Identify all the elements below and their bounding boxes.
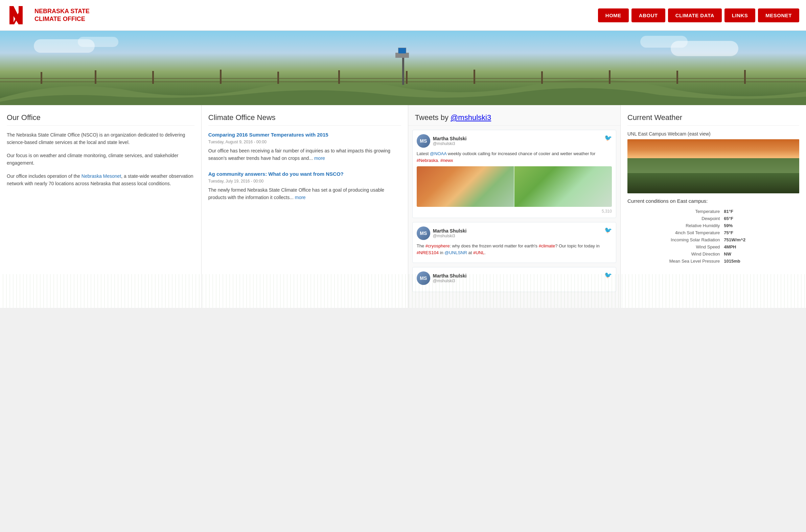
humidity-label: Relative Humidity — [627, 222, 722, 229]
nav-climate-data-button[interactable]: CLIMATE DATA — [668, 8, 722, 22]
mesonet-link[interactable]: Nebraska Mesonet — [81, 173, 122, 179]
weather-row-soil-temp: 4inch Soil Temperature 75°F — [627, 229, 799, 236]
tweets-handle-link[interactable]: @mshulski3 — [451, 113, 491, 122]
climate-hashtag: #climate — [539, 243, 555, 248]
soil-temp-value: 75°F — [722, 229, 799, 236]
tweets-header: Tweets by @mshulski3 — [408, 105, 620, 126]
soil-temp-label: 4inch Soil Temperature — [627, 229, 722, 236]
dewpoint-value: 65°F — [722, 215, 799, 222]
temperature-label: Temperature — [627, 208, 722, 215]
hero-banner — [0, 31, 806, 105]
tweet-3-user: MS Martha Shulski @mshulski3 — [417, 271, 467, 285]
tweet-2-handle: @mshulski3 — [433, 233, 467, 238]
news-excerpt-2: The newly formed Nebraska State Climate … — [208, 186, 401, 202]
conditions-label: Current conditions on East campus: — [627, 198, 799, 204]
humidity-value: 59% — [722, 222, 799, 229]
weather-station-icon — [402, 58, 404, 85]
wind-speed-label: Wind Speed — [627, 243, 722, 250]
noaa-mention[interactable]: @NOAA — [430, 151, 446, 156]
tweets-column: Tweets by @mshulski3 MS Martha Shulski @… — [408, 105, 621, 308]
tweet-2-text: The #cryosphere: why does the frozen wor… — [417, 243, 612, 256]
wind-dir-value: NW — [722, 250, 799, 258]
nav-about-button[interactable]: ABOUT — [631, 8, 665, 22]
tweet-1-name: Martha Shulski — [433, 136, 467, 141]
n-logo-icon — [7, 3, 31, 27]
nav-links-button[interactable]: LINKS — [725, 8, 756, 22]
twitter-bird-icon-3: 🐦 — [604, 271, 612, 279]
site-header: NEBRASKA STATE CLIMATE OFFICE HOME ABOUT… — [0, 0, 806, 31]
solar-label: Incoming Solar Radiation — [627, 236, 722, 243]
nres-hashtag: #NRES104 — [417, 250, 439, 255]
tweet-1-user: MS Martha Shulski @mshulski3 — [417, 134, 467, 148]
pressure-value: 1015mb — [722, 258, 799, 265]
wind-dir-label: Wind Direction — [627, 250, 722, 258]
solar-value: 751W/m^2 — [722, 236, 799, 243]
nebraska-hashtag: #Nebraska — [417, 158, 438, 163]
news-more-2[interactable]: more — [295, 195, 306, 200]
news-heading: Climate Office News — [208, 113, 401, 126]
news-more-1[interactable]: more — [314, 155, 325, 161]
current-weather-heading: Current Weather — [627, 113, 799, 126]
our-office-p2: Our focus is on weather and climate moni… — [7, 152, 195, 167]
tweets-scroll[interactable]: MS Martha Shulski @mshulski3 🐦 Latest @N… — [408, 126, 620, 302]
tweet-1-handle: @mshulski3 — [433, 141, 467, 146]
temperature-value: 81°F — [722, 208, 799, 215]
twitter-bird-icon-1: 🐦 — [604, 134, 612, 141]
site-title: NEBRASKA STATE CLIMATE OFFICE — [35, 7, 90, 23]
tweet-2-user: MS Martha Shulski @mshulski3 — [417, 226, 467, 240]
our-office-column: Our Office The Nebraska State Climate Of… — [0, 105, 202, 308]
unl-hashtag: #UNL — [473, 250, 484, 255]
current-weather-column: Current Weather UNL East Campus Webcam (… — [621, 105, 806, 308]
twitter-bird-icon-2: 🐦 — [604, 226, 612, 234]
webcam-label: UNL East Campus Webcam (east view) — [627, 131, 799, 136]
wind-speed-value: 4MPH — [722, 243, 799, 250]
tweet-1-text: Latest @NOAA weekly outlook calling for … — [417, 150, 612, 164]
weather-row-wind-speed: Wind Speed 4MPH — [627, 243, 799, 250]
weather-row-dewpoint: Dewpoint 65°F — [627, 215, 799, 222]
tweet-card-2: MS Martha Shulski @mshulski3 🐦 The #cryo… — [412, 222, 616, 263]
tweet-card-1: MS Martha Shulski @mshulski3 🐦 Latest @N… — [412, 130, 616, 218]
news-item-2: Ag community answers: What do you want f… — [208, 170, 401, 202]
tweet-card-3: MS Martha Shulski @mshulski3 🐦 — [412, 267, 616, 292]
weather-table: Temperature 81°F Dewpoint 65°F Relative … — [627, 208, 799, 265]
our-office-p1: The Nebraska State Climate Office (NSCO)… — [7, 131, 195, 146]
weather-row-wind-dir: Wind Direction NW — [627, 250, 799, 258]
tweet-1-avatar: MS — [417, 134, 430, 148]
tweet-1-header: MS Martha Shulski @mshulski3 🐦 — [417, 134, 612, 148]
tweets-by-line: by @mshulski3 — [441, 113, 492, 122]
tweet-image-left — [417, 166, 514, 207]
tweet-1-image — [417, 166, 612, 207]
tweet-3-name: Martha Shulski — [433, 273, 467, 279]
main-content: Our Office The Nebraska State Climate Of… — [0, 105, 806, 308]
news-column: Climate Office News Comparing 2016 Summe… — [202, 105, 408, 308]
our-office-heading: Our Office — [7, 113, 195, 126]
our-office-p3: Our office includes operation of the Neb… — [7, 172, 195, 188]
main-nav: HOME ABOUT CLIMATE DATA LINKS MESONET — [598, 8, 799, 22]
dewpoint-label: Dewpoint — [627, 215, 722, 222]
nav-home-button[interactable]: HOME — [598, 8, 629, 22]
cryosphere-hashtag: #cryosphere — [425, 243, 450, 248]
weather-row-temperature: Temperature 81°F — [627, 208, 799, 215]
unlsnr-mention: @UNLSNR — [444, 250, 467, 255]
pressure-label: Mean Sea Level Pressure — [627, 258, 722, 265]
logo-area: NEBRASKA STATE CLIMATE OFFICE — [7, 3, 90, 27]
news-item-1: Comparing 2016 Summer Temperatures with … — [208, 131, 401, 162]
tweet-3-handle: @mshulski3 — [433, 279, 467, 283]
tweet-2-avatar: MS — [417, 226, 430, 240]
news-date-2: Tuesday, July 19, 2016 - 00:00 — [208, 179, 401, 184]
tweet-2-name: Martha Shulski — [433, 228, 467, 233]
webcam-image — [627, 139, 799, 193]
tweet-image-right — [514, 166, 612, 207]
news-title-2[interactable]: Ag community answers: What do you want f… — [208, 170, 401, 177]
news-title-1[interactable]: Comparing 2016 Summer Temperatures with … — [208, 131, 401, 138]
tweet-3-header: MS Martha Shulski @mshulski3 🐦 — [417, 271, 612, 285]
newx-hashtag: #newx — [440, 158, 453, 163]
weather-row-humidity: Relative Humidity 59% — [627, 222, 799, 229]
tweet-2-header: MS Martha Shulski @mshulski3 🐦 — [417, 226, 612, 240]
tweet-3-avatar: MS — [417, 271, 430, 285]
weather-row-pressure: Mean Sea Level Pressure 1015mb — [627, 258, 799, 265]
nav-mesonet-button[interactable]: MESONET — [758, 8, 799, 22]
news-excerpt-1: Our office has been receiving a fair num… — [208, 147, 401, 162]
news-date-1: Tuesday, August 9, 2016 - 00:00 — [208, 139, 401, 144]
tweet-1-stats: 5,310 — [417, 209, 612, 214]
